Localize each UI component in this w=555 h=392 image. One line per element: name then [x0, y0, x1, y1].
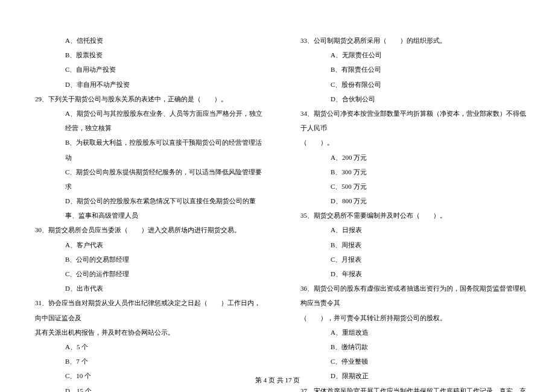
q34-stem: 34、期货公司净资本按营业部数量平均折算额（净资本，营业部家数）不得低于人民币: [290, 106, 531, 135]
q31-option-b: B、7 个: [24, 354, 265, 368]
q28-option-a: A、信托投资: [24, 33, 265, 48]
q28-option-c: C、自用动产投资: [24, 62, 265, 77]
q28-option-d: D、非自用不动产投资: [24, 77, 265, 92]
q36-stem-cont: （ ），并可责令其转让所持期货公司的股权。: [290, 311, 531, 325]
q35-option-a: A、日报表: [290, 223, 531, 237]
q29-option-a: A、期货公司与其控股股东在业务、人员等方面应当严格分开，独立经营，独立核算: [24, 106, 265, 135]
q31-stem-cont: 其有关派出机构报告，并及时在协会网站公示。: [24, 325, 265, 340]
q34-option-a: A、200 万元: [290, 150, 531, 165]
q34-stem-cont: （ ）。: [290, 135, 531, 150]
q30-option-b: B、公司的交易部经理: [24, 252, 265, 267]
q34-option-c: C、500 万元: [290, 179, 531, 194]
q35-stem: 35、期货交易所不需要编制并及时公布（ ）。: [290, 208, 531, 223]
q33-option-c: C、股份有限公司: [290, 77, 531, 92]
q36-option-b: B、缴纳罚款: [290, 340, 531, 354]
q30-option-c: C、公司的运作部经理: [24, 267, 265, 281]
q29-stem: 29、下列关于期货公司与股东关系的表述中，正确的是（ ）。: [24, 92, 265, 106]
exam-page: A、信托投资 B、股票投资 C、自用动产投资 D、非自用不动产投资 29、下列关…: [0, 0, 555, 392]
q35-option-c: C、月报表: [290, 252, 531, 267]
q36-option-a: A、重组改造: [290, 325, 531, 340]
q33-stem: 33、公司制期货交易所采用（ ）的组织形式。: [290, 33, 531, 48]
q34-option-d: D、800 万元: [290, 194, 531, 208]
q29-option-c: C、期货公司向股东提供期货经纪服务的，可以适当降低风险管理要求: [24, 165, 265, 194]
q30-option-a: A、客户代表: [24, 238, 265, 252]
q28-option-b: B、股票投资: [24, 48, 265, 62]
page-footer: 第 4 页 共 17 页: [0, 376, 555, 385]
q34-option-b: B、300 万元: [290, 165, 531, 179]
q30-option-d: D、出市代表: [24, 281, 265, 296]
q33-option-d: D、合伙制公司: [290, 92, 531, 106]
q35-option-d: D、年报表: [290, 267, 531, 281]
right-column: 33、公司制期货交易所采用（ ）的组织形式。 A、无限责任公司 B、有限责任公司…: [278, 33, 531, 374]
q36-option-c: C、停业整顿: [290, 354, 531, 368]
left-column: A、信托投资 B、股票投资 C、自用动产投资 D、非自用不动产投资 29、下列关…: [24, 33, 278, 374]
q35-option-b: B、周报表: [290, 238, 531, 252]
q29-option-b: B、为获取最大利益，控股股东可以直接干预期货公司的经营管理活动: [24, 135, 265, 164]
q36-stem: 36、期货公司的股东有虚假出资或者抽逃出资行为的，国务院期货监督管理机构应当责令…: [290, 281, 531, 310]
q33-option-a: A、无限责任公司: [290, 48, 531, 62]
q30-stem: 30、期货交易所会员应当委派（ ）进入交易所场内进行期货交易。: [24, 223, 265, 237]
q29-option-d: D、期货公司的控股股东在紧急情况下可以直接任免期货公司的董事、监事和高级管理人员: [24, 194, 265, 223]
q31-option-a: A、5 个: [24, 340, 265, 354]
q31-stem: 31、协会应当自对期货从业人员作出纪律惩戒决定之日起（ ）工作日内，向中国证监会…: [24, 296, 265, 324]
q33-option-b: B、有限责任公司: [290, 62, 531, 77]
